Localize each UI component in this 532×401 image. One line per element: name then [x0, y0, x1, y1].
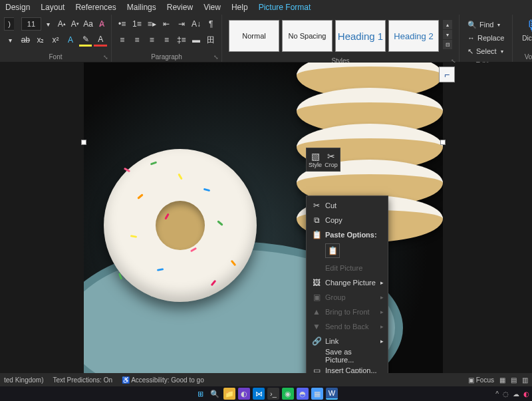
- change-picture-icon: 🖼: [312, 278, 321, 287]
- statusbar: ted Kingdom) Text Predictions: On ♿ Acce…: [0, 373, 532, 386]
- cut-icon: ✂: [312, 201, 321, 210]
- taskbar-spotify-icon[interactable]: ◉: [282, 388, 294, 400]
- line-spacing-icon[interactable]: ‡≡: [175, 33, 188, 47]
- align-left-icon[interactable]: ≡: [116, 33, 128, 47]
- style-normal[interactable]: Normal: [229, 20, 279, 52]
- select-button[interactable]: ↖Select▾: [467, 45, 504, 57]
- justify-icon[interactable]: ≡: [160, 33, 173, 47]
- text-effects-icon[interactable]: A: [64, 33, 77, 47]
- layout-options-button[interactable]: ⌐: [439, 67, 455, 82]
- tray-cloud-icon[interactable]: ☁: [513, 390, 519, 398]
- link-icon: 🔗: [312, 336, 321, 346]
- sort-icon[interactable]: A↓: [190, 17, 202, 31]
- dictate-button[interactable]: Dictate: [522, 35, 532, 42]
- tray-chevron-icon[interactable]: ^: [495, 390, 499, 398]
- status-language[interactable]: ted Kingdom): [4, 376, 43, 384]
- picture-mini-toolbar: ▧Style ✂Crop: [306, 148, 340, 172]
- mic-icon[interactable]: 🎙: [525, 17, 532, 35]
- decrease-indent-icon[interactable]: ⇤: [160, 17, 173, 31]
- change-case-icon[interactable]: Aa: [82, 17, 94, 31]
- menu-picture-format[interactable]: Picture Format: [259, 3, 311, 12]
- view-print-icon[interactable]: ▤: [511, 376, 517, 384]
- dialog-launcher-icon[interactable]: ⤡: [213, 54, 219, 61]
- status-predictions[interactable]: Text Predictions: On: [53, 376, 112, 384]
- highlight-icon[interactable]: ✎: [79, 33, 92, 47]
- resize-handle[interactable]: [81, 140, 86, 145]
- increase-indent-icon[interactable]: ⇥: [175, 17, 188, 31]
- view-web-icon[interactable]: ▥: [522, 376, 528, 384]
- view-read-icon[interactable]: ▦: [499, 376, 505, 384]
- menu-references[interactable]: References: [75, 3, 116, 12]
- copy-icon: ⧉: [312, 215, 321, 225]
- tray-app2-icon[interactable]: ◐: [523, 390, 529, 398]
- chevron-right-icon: ▸: [380, 279, 384, 286]
- menu-link[interactable]: 🔗Link▸: [307, 334, 388, 348]
- font-name-dropdown-partial[interactable]: ): [4, 17, 14, 31]
- start-button[interactable]: ⊞: [194, 388, 206, 400]
- paste-icon: 📋: [312, 230, 321, 239]
- shading-icon[interactable]: ▬: [190, 33, 202, 47]
- crop-button[interactable]: ✂Crop: [324, 150, 338, 170]
- dialog-launcher-icon[interactable]: ⤡: [103, 54, 108, 61]
- menu-design[interactable]: Design: [5, 3, 30, 12]
- align-center-icon[interactable]: ≡: [130, 33, 143, 47]
- menu-mailings[interactable]: Mailings: [127, 3, 156, 12]
- superscript-icon[interactable]: x²: [49, 33, 63, 47]
- menu-cut[interactable]: ✂Cut: [307, 198, 388, 213]
- show-marks-icon[interactable]: ¶: [205, 17, 217, 31]
- replace-button[interactable]: ↔Replace: [467, 32, 504, 44]
- menu-send-back: ▼Send to Back▸: [307, 319, 388, 334]
- subscript-icon[interactable]: x₂: [34, 33, 47, 47]
- chevron-right-icon: ▸: [380, 338, 384, 344]
- menu-save-as-picture[interactable]: Save as Picture...: [307, 348, 388, 363]
- shrink-font-icon[interactable]: A▾: [69, 17, 80, 31]
- menu-layout[interactable]: Layout: [41, 3, 65, 12]
- focus-mode-button[interactable]: ▣ Focus: [468, 376, 494, 384]
- taskbar-notepad-icon[interactable]: ▦: [311, 388, 323, 400]
- font-color-icon[interactable]: A: [94, 33, 107, 47]
- replace-icon: ↔: [467, 34, 475, 42]
- chevron-down-icon[interactable]: ▾: [4, 33, 17, 47]
- taskbar-vscode-icon[interactable]: ⋈: [253, 388, 265, 400]
- taskbar-word-icon[interactable]: W: [326, 388, 338, 400]
- picture-style-button[interactable]: ▧Style: [308, 150, 323, 170]
- taskbar-search-icon[interactable]: 🔍: [209, 388, 221, 400]
- windows-taskbar: ⊞ 🔍 📁 ◐ ⋈ ›_ ◉ ◓ ▦ W ^ ◌ ☁ ◐: [0, 386, 532, 401]
- find-button[interactable]: 🔍Find▾: [467, 19, 504, 31]
- gallery-more-icon[interactable]: ⊟: [443, 40, 452, 49]
- taskbar-explorer-icon[interactable]: 📁: [223, 388, 235, 400]
- numbering-icon[interactable]: 1≡: [130, 17, 143, 31]
- taskbar-terminal-icon[interactable]: ›_: [267, 388, 279, 400]
- multilevel-icon[interactable]: ≡▸: [146, 17, 158, 31]
- strikethrough-icon[interactable]: ab: [19, 33, 33, 47]
- group-icon: ▣: [312, 293, 321, 302]
- resize-handle[interactable]: [440, 140, 446, 145]
- gallery-up-icon[interactable]: ▴: [443, 20, 452, 29]
- style-heading-2[interactable]: Heading 2: [388, 20, 439, 52]
- menu-help[interactable]: Help: [231, 3, 248, 12]
- menu-review[interactable]: Review: [167, 3, 193, 12]
- align-right-icon[interactable]: ≡: [146, 33, 158, 47]
- tray-app-icon[interactable]: ◌: [503, 390, 509, 398]
- taskbar-github-icon[interactable]: ◐: [238, 388, 250, 400]
- bullets-icon[interactable]: •≡: [116, 17, 128, 31]
- group-label-paragraph: Paragraph⤡: [116, 52, 217, 62]
- status-accessibility[interactable]: ♿ Accessibility: Good to go: [122, 376, 204, 384]
- font-size-select[interactable]: 11: [21, 17, 41, 31]
- menu-view[interactable]: View: [203, 3, 221, 12]
- document-area[interactable]: ⌐ ▧Style ✂Crop ✂Cut ⧉Copy 📋Paste Options…: [0, 63, 532, 374]
- system-tray[interactable]: ^ ◌ ☁ ◐: [495, 390, 529, 398]
- chevron-down-icon[interactable]: ▾: [43, 17, 55, 31]
- clear-format-icon[interactable]: A̷: [96, 17, 107, 31]
- grow-font-icon[interactable]: A▴: [56, 17, 67, 31]
- taskbar-discord-icon[interactable]: ◓: [297, 388, 309, 400]
- ribbon-group-styles: Normal No Spacing Heading 1 Heading 2 ▴ …: [222, 15, 460, 62]
- borders-icon[interactable]: 田: [205, 33, 217, 47]
- menu-change-picture[interactable]: 🖼Change Picture▸: [307, 275, 388, 290]
- menu-copy[interactable]: ⧉Copy: [307, 213, 388, 227]
- style-no-spacing[interactable]: No Spacing: [282, 20, 332, 52]
- gallery-down-icon[interactable]: ▾: [443, 30, 452, 39]
- style-heading-1[interactable]: Heading 1: [335, 20, 386, 52]
- inserted-picture[interactable]: [84, 63, 443, 374]
- paste-keep-source-button[interactable]: 📋: [325, 243, 340, 258]
